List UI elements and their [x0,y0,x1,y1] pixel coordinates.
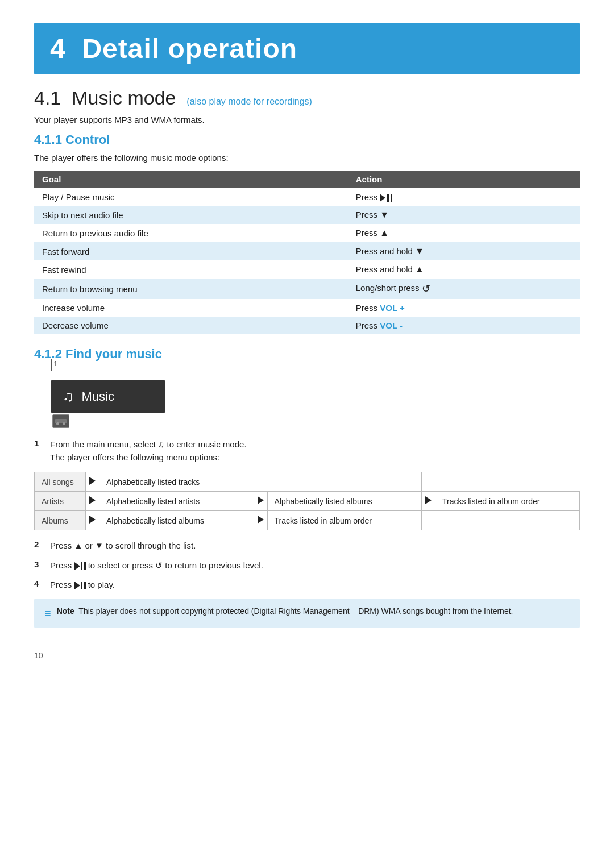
tri-right-icon-3 [425,496,432,504]
section-411-title: 4.1.1 Control [34,132,580,147]
note-icon: ≡ [44,607,51,620]
table-action-cell: Press and hold ▲ [348,260,580,279]
back-icon: ↺ [422,283,430,295]
table-action-cell: Press ▲ [348,224,580,242]
table-row: ArtistsAlphabetically listed artistsAlph… [35,492,580,511]
step-4-text: Press to play. [50,579,115,592]
step-3: 3 Press to select or press ↺ to return t… [34,559,580,572]
table-action-cell: Press ▼ [348,206,580,224]
tri-right-icon-2 [258,496,264,504]
table-header-action: Action [348,171,580,188]
vol-minus: VOL - [380,321,403,330]
step-1-number: 1 [34,438,50,448]
section-411-intro: The player offers the following music mo… [34,153,580,163]
step-1-text: From the main menu, select ♫ to enter mu… [50,438,247,464]
section-412-title: 4.1.2 Find your music [34,347,580,362]
step-2-number: 2 [34,539,50,549]
table-row: AlbumsAlphabetically listed albumsTracks… [35,511,580,530]
vol-plus: VOL + [380,303,405,313]
nav-col2: Alphabetically listed artists [99,492,254,511]
music-menu-diagram: 1 ♫ Music [51,369,165,428]
nav-arrow-2 [254,511,267,530]
table-action-cell: Press VOL - [348,317,580,334]
table-row: Return to browsing menu [34,279,348,299]
table-row: Increase volume [34,299,348,317]
nav-arrow [86,492,99,511]
nav-col2: Alphabetically listed albums [99,511,254,530]
music-box-label: Music [82,389,114,404]
nav-category: All songs [35,472,86,492]
section-41-title: 4.1 Music mode (also play mode for recor… [34,87,580,109]
table-row: Decrease volume [34,317,348,334]
note-text: Note This player does not support copyri… [57,607,513,616]
tri-right-icon [89,477,96,485]
nav-arrow [86,511,99,530]
table-action-cell: Press [348,188,580,206]
control-table: Goal Action Play / Pause musicPress Skip… [34,171,580,334]
step-2: 2 Press ▲ or ▼ to scroll through the lis… [34,539,580,553]
chapter-header: 4 Detail operation [34,23,580,74]
music-note-icon: ♫ [63,388,74,405]
play-pause-icon-2 [74,582,86,589]
nav-col3: Tracks listed in album order [267,511,422,530]
play-pause-icon [74,562,86,570]
table-row: Fast forward [34,242,348,260]
step-3-number: 3 [34,559,50,569]
section-41-body: Your player supports MP3 and WMA formats… [34,115,580,124]
tri-right-icon [89,516,96,524]
section-41-subtitle: (also play mode for recordings) [186,97,312,106]
step-3-text: Press to select or press ↺ to return to … [50,559,263,572]
step-2-text: Press ▲ or ▼ to scroll through the list. [50,539,196,553]
table-row: Fast rewind [34,260,348,279]
nav-category: Albums [35,511,86,530]
table-header-goal: Goal [34,171,348,188]
table-row: All songsAlphabetically listed tracks [35,472,580,492]
page-number: 10 [34,651,580,660]
step-4-number: 4 [34,579,50,588]
nav-empty-2 [422,511,580,530]
tri-right-icon [89,496,96,504]
nav-arrow [86,472,99,492]
table-row: Skip to next audio file [34,206,348,224]
table-action-cell: Press and hold ▼ [348,242,580,260]
step-4: 4 Press to play. [34,579,580,592]
nav-col3: Alphabetically listed albums [267,492,422,511]
nav-tree-table: All songsAlphabetically listed tracksArt… [34,472,580,530]
note-box: ≡ Note This player does not support copy… [34,599,580,628]
music-box: ♫ Music [51,380,165,413]
nav-empty [254,472,422,492]
nav-col4: Tracks listed in album order [435,492,580,511]
nav-category: Artists [35,492,86,511]
table-action-cell: Press VOL + [348,299,580,317]
step-1: 1 From the main menu, select ♫ to enter … [34,438,580,464]
nav-arrow-2 [254,492,267,511]
nav-arrow-3 [422,492,435,511]
chapter-title: 4 Detail operation [50,33,564,64]
play-pause-icon [380,194,392,202]
nav-col2: Alphabetically listed tracks [99,472,254,492]
table-row: Return to previous audio file [34,224,348,242]
table-row: Play / Pause music [34,188,348,206]
diagram-number: 1 [51,359,57,371]
table-action-cell: Long/short press ↺ [348,279,580,299]
tri-right-icon-2 [258,516,264,524]
